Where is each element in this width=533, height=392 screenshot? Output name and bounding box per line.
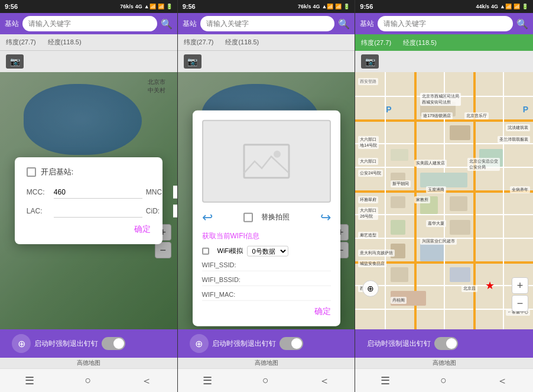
signal-icon-1: 76k/s: [120, 4, 134, 9]
location-button-2[interactable]: ⊕: [190, 334, 209, 353]
mnc-input[interactable]: [173, 186, 177, 199]
lac-label: LAC:: [27, 207, 50, 215]
dialog-confirm-2: 确定: [202, 305, 331, 316]
bottom-bar-3: 启动时强制退出钉钉: [355, 329, 533, 358]
wifi-bssid-label: WIFI_BSSID:: [202, 276, 243, 283]
poi-liangyi: 廊艺造型: [358, 232, 378, 239]
signal-bars-1: ▲📶: [144, 4, 156, 9]
status-icons-1: 76k/s 4G ▲📶 📶 🔋: [120, 4, 172, 9]
signal-bars-3: ▲📶: [500, 4, 512, 9]
exit-text-3: 启动时强制退出钉钉: [367, 339, 431, 349]
replace-photo-checkbox[interactable]: [243, 212, 253, 222]
mnc-label: MNC:: [146, 188, 170, 196]
signal-bars-2: ▲📶: [321, 4, 333, 9]
bottom-bar-1: ⊕ 启动时强制退出钉钉: [0, 329, 177, 358]
location-button-1[interactable]: ⊕: [12, 334, 31, 353]
poi-24: 公安24号院: [358, 170, 383, 177]
search-icon-3[interactable]: 🔍: [516, 18, 528, 30]
nav-menu-2[interactable]: ☰: [203, 374, 212, 387]
toggle-button-3[interactable]: [434, 337, 458, 350]
confirm-button-2[interactable]: 确定: [314, 306, 331, 316]
status-bar-1: 9:56 76k/s 4G ▲📶 📶 🔋: [0, 0, 177, 13]
poi-beijing-chang: 北京昌: [462, 285, 477, 292]
search-icon-1[interactable]: 🔍: [161, 18, 173, 30]
search-bar-3: 基站 🔍: [355, 13, 533, 34]
nav-back-3[interactable]: ＜: [497, 374, 508, 388]
nav-home-2[interactable]: ○: [262, 374, 269, 387]
wifi-mac-label: WIFI_MAC:: [202, 290, 243, 297]
wifi-bssid-input[interactable]: [247, 276, 331, 283]
map-area-2[interactable]: ↩ 替换拍照 ↪ 获取当前WIFI信息 WiFi模拟 0号数据 1号数据: [178, 72, 355, 329]
zoom-out-3[interactable]: −: [512, 295, 528, 312]
camera-icon-2[interactable]: 📷: [184, 54, 202, 69]
amap-logo-2: 高德地图: [255, 359, 278, 367]
toggle-button-1[interactable]: [102, 337, 125, 350]
lac-row: LAC: CiD:: [27, 205, 151, 218]
camera-icon-1[interactable]: 📷: [6, 54, 24, 69]
replace-photo-label: 替换拍照: [261, 212, 290, 222]
network-icon-3: 4G: [491, 4, 498, 9]
poi-dan-gui: 丹桂阁: [391, 297, 407, 304]
poi-xinpinghu: 新平朝同: [391, 180, 411, 187]
network-icon-1: 4G: [135, 4, 142, 9]
mcc-row: MCC: MNC:: [27, 186, 151, 199]
status-icons-3: 44k/s 4G ▲📶 📶 🔋: [476, 4, 528, 9]
exit-text-1: 启动时强制退出钉钉: [34, 339, 98, 349]
wifi-ssid-input[interactable]: [247, 261, 331, 268]
status-bar-2: 9:56 76k/s 4G ▲📶 📶 🔋: [178, 0, 355, 13]
battery-icon-1: 🔋: [166, 4, 173, 9]
nav-back-2[interactable]: ＜: [319, 374, 330, 388]
svg-point-1: [274, 150, 281, 157]
poi-shibing: 实美园人建发店: [414, 160, 447, 167]
nav-home-1[interactable]: ○: [84, 374, 91, 387]
arrow-left-icon[interactable]: ↩: [202, 209, 213, 225]
camera-icon-3[interactable]: 📷: [361, 54, 379, 69]
signal-data-3: 44k/s: [476, 4, 490, 9]
wifi-mock-row: WiFi模拟 0号数据 1号数据: [202, 245, 331, 256]
map-full-3[interactable]: 西安登路 北京市西城区司法局西城安街司法所 途179连锁酒店 北京音乐厅 沈淡建…: [355, 72, 533, 329]
enable-base-checkbox[interactable]: [27, 167, 36, 177]
poi-quanyu: 全病养年: [510, 186, 530, 193]
wifi-mock-checkbox[interactable]: [202, 247, 209, 254]
exit-text-2: 启动时强制退出钉钉: [212, 339, 276, 349]
nav-home-3[interactable]: ○: [440, 374, 447, 387]
panel-3: 9:56 44k/s 4G ▲📶 📶 🔋 基站 🔍 纬度(27.7) 经度(11…: [355, 0, 533, 392]
lat-item-2: 纬度(27.7): [184, 38, 214, 47]
poi-huanwo: 环雅翠府: [358, 196, 378, 203]
map-logo-1: 高德地图: [0, 358, 177, 368]
enable-base-label: 开启基站:: [41, 167, 74, 177]
nav-back-1[interactable]: ＜: [141, 374, 152, 388]
dialog-overlay-1: 开启基站: MCC: MNC: LAC: CiD: 确定: [0, 72, 177, 329]
zoom-in-3[interactable]: +: [512, 277, 528, 294]
nav-menu-3[interactable]: ☰: [381, 374, 390, 387]
confirm-button-1[interactable]: 确定: [134, 224, 151, 235]
status-icons-2: 76k/s 4G ▲📶 📶 🔋: [298, 4, 350, 9]
star-marker: ★: [485, 279, 495, 292]
map-area-1[interactable]: 北京市中关村 开启基站: MCC: MNC: LAC: CiD:: [0, 72, 177, 329]
status-bar-3: 9:56 44k/s 4G ▲📶 📶 🔋: [355, 0, 533, 13]
get-wifi-link[interactable]: 获取当前WIFI信息: [202, 231, 331, 241]
base-station-label-3: 基站: [360, 19, 374, 29]
lac-input[interactable]: [54, 205, 142, 218]
wifi-mac-input[interactable]: [247, 290, 331, 297]
nav-menu-1[interactable]: ☰: [25, 374, 34, 387]
search-icon-2[interactable]: 🔍: [338, 18, 350, 30]
wifi-mac-row: WIFI_MAC:: [202, 290, 331, 300]
cid-input[interactable]: [173, 205, 177, 218]
wifi-data-select[interactable]: 0号数据 1号数据: [247, 245, 288, 256]
p-marker-3: P: [523, 105, 528, 114]
mcc-input[interactable]: [54, 186, 142, 199]
battery-icon-3: 🔋: [522, 4, 528, 9]
amap-logo-3: 高德地图: [433, 359, 456, 367]
poi-jiahua: 嘉华大厦: [426, 220, 446, 227]
arrow-right-icon[interactable]: ↪: [320, 209, 331, 225]
toggle-button-2[interactable]: [280, 337, 303, 350]
poi-court: 北京市西城区司法局西城安街司法所: [420, 93, 461, 106]
coords-bar-1: 纬度(27.7) 经度(118.5): [0, 34, 177, 51]
search-input-1[interactable]: [22, 16, 157, 31]
poi-concert: 北京音乐厅: [464, 112, 489, 119]
lng-label-2: 经度(118.5): [225, 38, 259, 47]
nav-bar-1: ☰ ○ ＜: [0, 368, 177, 392]
search-input-2[interactable]: [200, 16, 335, 31]
search-input-3[interactable]: [378, 16, 513, 31]
